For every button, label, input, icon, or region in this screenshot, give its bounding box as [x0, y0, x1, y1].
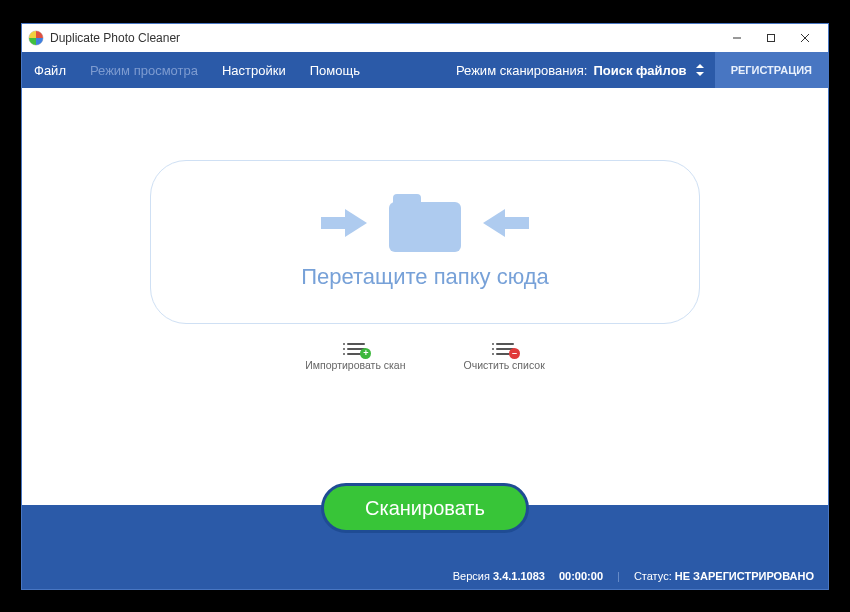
statusbar: Версия 3.4.1.1083 00:00:00 | Статус: НЕ …	[22, 563, 828, 589]
svg-marker-5	[696, 64, 704, 68]
menu-file[interactable]: Файл	[22, 52, 78, 88]
scan-mode-label: Режим сканирования:	[456, 63, 593, 78]
drop-zone-text: Перетащите папку сюда	[301, 264, 549, 290]
scan-mode-value[interactable]: Поиск файлов	[593, 63, 690, 78]
menubar: Файл Режим просмотра Настройки Помощь Ре…	[22, 52, 828, 88]
minimize-button[interactable]	[720, 25, 754, 51]
svg-marker-6	[696, 72, 704, 76]
arrow-left-icon	[483, 209, 529, 237]
window-controls	[720, 25, 822, 51]
menu-help[interactable]: Помощь	[298, 52, 372, 88]
maximize-button[interactable]	[754, 25, 788, 51]
status-text: Статус: НЕ ЗАРЕГИСТРИРОВАНО	[634, 570, 814, 582]
folder-icon	[389, 194, 461, 252]
close-button[interactable]	[788, 25, 822, 51]
arrow-right-icon	[321, 209, 367, 237]
drop-graphic	[321, 194, 529, 252]
time-text: 00:00:00	[559, 570, 603, 582]
separator: |	[617, 570, 620, 582]
version-text: Версия 3.4.1.1083	[453, 570, 545, 582]
register-button[interactable]: РЕГИСТРАЦИЯ	[715, 52, 828, 88]
import-scan-button[interactable]: + Импортировать скан	[305, 342, 405, 371]
dropdown-sort-icon[interactable]	[691, 64, 709, 76]
titlebar: Duplicate Photo Cleaner	[22, 24, 828, 52]
main-area: Перетащите папку сюда + Импортировать ск…	[22, 88, 828, 563]
list-plus-icon: +	[343, 342, 367, 356]
menu-view-mode[interactable]: Режим просмотра	[78, 52, 210, 88]
action-row: + Импортировать скан – Очистить список	[305, 342, 544, 371]
app-icon	[28, 30, 44, 46]
list-minus-icon: –	[492, 342, 516, 356]
clear-list-button[interactable]: – Очистить список	[464, 342, 545, 371]
import-scan-label: Импортировать скан	[305, 359, 405, 371]
titlebar-title: Duplicate Photo Cleaner	[50, 31, 720, 45]
svg-rect-2	[768, 35, 775, 42]
clear-list-label: Очистить список	[464, 359, 545, 371]
menu-settings[interactable]: Настройки	[210, 52, 298, 88]
scan-button[interactable]: Сканировать	[321, 483, 529, 533]
app-window: Duplicate Photo Cleaner Файл Режим просм…	[21, 23, 829, 590]
drop-zone[interactable]: Перетащите папку сюда	[150, 160, 700, 324]
